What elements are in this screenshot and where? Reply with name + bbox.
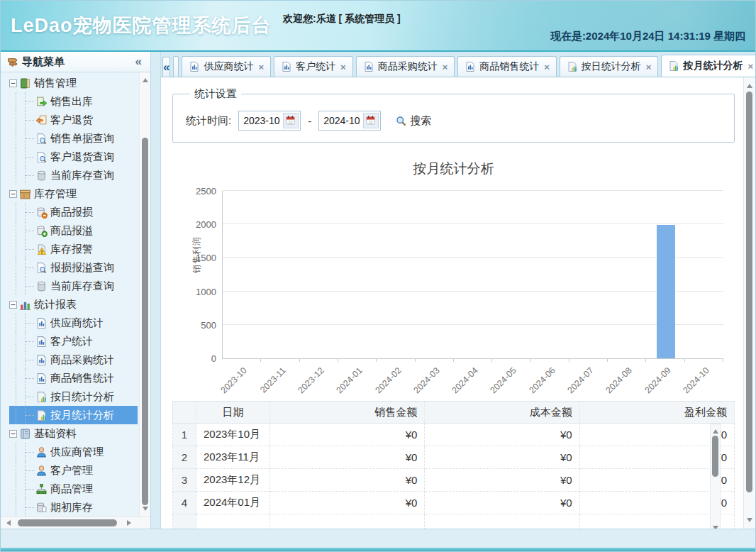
sidebar-scroll-thumb[interactable] — [142, 138, 148, 505]
tab-label: 商品采购统计 — [378, 60, 438, 73]
cell-date: 2023年11月 — [196, 446, 270, 469]
table-vertical-scrollbar[interactable] — [710, 424, 721, 529]
chart-xtick-label: 2023-10 — [219, 365, 249, 395]
content-vertical-scrollbar[interactable] — [743, 77, 755, 529]
tab-daily-analysis[interactable]: 按日统计分析× — [560, 56, 659, 77]
doc-chart-icon — [35, 336, 48, 348]
sidebar-item-label: 客户退货查询 — [50, 150, 114, 164]
sidebar-item-label: 按日统计分析 — [50, 390, 114, 404]
sidebar-item-sales-order-query[interactable]: 销售单据查询 — [1, 129, 139, 148]
scroll-left-icon[interactable] — [4, 520, 11, 526]
sidebar-item-supplier-stats[interactable]: 供应商统计 — [1, 314, 139, 332]
sidebar-item-customer-returns[interactable]: 客户退货 — [1, 111, 139, 129]
collapse-node-icon[interactable] — [9, 190, 17, 198]
sidebar-item-sales-management[interactable]: 销售管理 — [1, 74, 139, 92]
sidebar-horizontal-scrollbar[interactable] — [1, 517, 150, 529]
cell-index: 1 — [173, 424, 196, 446]
tab-monthly-analysis[interactable]: 按月统计分析× — [661, 55, 756, 77]
scroll-down-icon[interactable] — [713, 526, 718, 529]
date-to-input[interactable] — [321, 114, 363, 128]
scroll-up-icon[interactable] — [713, 426, 718, 434]
tab-close-icon[interactable]: × — [258, 62, 264, 72]
date-from-calendar-button[interactable]: 12 — [283, 113, 299, 128]
scroll-down-icon[interactable] — [747, 518, 752, 525]
scroll-down-icon[interactable] — [143, 507, 148, 514]
sidebar-item-daily-analysis[interactable]: 按日统计分析 — [1, 387, 139, 406]
sidebar-collapse-button[interactable]: « — [133, 55, 145, 69]
collapse-node-icon[interactable] — [9, 430, 17, 438]
sidebar-item-statistics-reports[interactable]: 统计报表 — [1, 295, 139, 314]
collapse-node-icon[interactable] — [9, 79, 17, 87]
date-from-input[interactable] — [240, 114, 283, 128]
tab-purchase-stats[interactable]: 商品采购统计× — [356, 56, 455, 77]
sidebar-item-current-stock-query-2[interactable]: 当前库存查询 — [1, 277, 139, 295]
collapse-node-icon[interactable] — [9, 301, 17, 309]
table-row[interactable]: 22023年11月¥0¥0¥0 — [173, 446, 735, 469]
sidebar-item-purchase-stats[interactable]: 商品采购统计 — [1, 350, 139, 369]
tab-close-icon[interactable]: × — [646, 62, 652, 72]
chart-category-slot: 2024-04 — [454, 191, 492, 358]
tab-close-icon[interactable]: × — [443, 62, 448, 72]
sidebar-vertical-scrollbar[interactable] — [139, 72, 150, 517]
sidebar-item-label: 基础资料 — [34, 427, 77, 441]
sidebar-item-current-stock-query[interactable]: 当前库存查询 — [1, 166, 139, 184]
statistics-settings-panel: 统计设置 统计时间: 12 - 12 — [172, 87, 735, 143]
sidebar-item-base-data[interactable]: 基础资料 — [1, 424, 139, 443]
tab-query-partial[interactable]: 询× — [173, 56, 179, 77]
table-row[interactable]: 42024年01月¥0¥0¥0 — [173, 492, 735, 514]
sidebar-hscroll-thumb[interactable] — [18, 519, 117, 526]
table-row[interactable]: 32023年12月¥0¥0¥0 — [173, 469, 735, 492]
sidebar-item-goods-damage[interactable]: 商品报损 — [1, 203, 139, 221]
date-to-calendar-button[interactable]: 12 — [363, 113, 379, 128]
sidebar-item-goods-overflow[interactable]: 商品报溢 — [1, 221, 139, 240]
tab-close-icon[interactable]: × — [340, 62, 346, 72]
sidebar-item-sales-stats[interactable]: 商品销售统计 — [1, 369, 139, 387]
chart-xtick-label: 2024-01 — [335, 365, 365, 395]
table-header-profit: 盈利金额 — [579, 402, 734, 424]
tab-customer-stats[interactable]: 客户统计× — [274, 56, 353, 77]
chart-ytick-label: 0 — [211, 353, 216, 364]
sidebar-item-sales-outbound[interactable]: 销售出库 — [1, 92, 139, 111]
scroll-up-icon[interactable] — [747, 81, 752, 88]
sidebar-item-customer-stats[interactable]: 客户统计 — [1, 332, 139, 350]
doc-chart-icon — [465, 61, 476, 72]
chart-xtick-label: 2024-08 — [604, 365, 634, 395]
doc-chart-icon — [189, 61, 200, 72]
chart-ytick-label: 2000 — [196, 219, 216, 230]
scroll-right-icon[interactable] — [127, 520, 134, 526]
sidebar-item-goods-management[interactable]: 商品管理 — [1, 480, 139, 498]
content-scroll-thumb[interactable] — [746, 92, 752, 492]
tab-supplier-stats[interactable]: 供应商统计× — [182, 56, 271, 77]
table-row[interactable]: 12023年10月¥0¥0¥0 — [173, 424, 735, 446]
sidebar-item-monthly-analysis[interactable]: 按月统计分析 — [1, 406, 139, 424]
tab-sales-stats[interactable]: 商品销售统计× — [457, 56, 557, 77]
sidebar-item-damage-overflow-query[interactable]: 报损报溢查询 — [1, 258, 139, 277]
tabs-scroll-left-button[interactable]: « — [162, 57, 170, 77]
chart-xtick-label: 2023-12 — [296, 365, 326, 395]
sidebar-item-initial-stock[interactable]: 期初库存 — [1, 498, 139, 517]
sidebar-item-stock-alert[interactable]: 库存报警 — [1, 240, 139, 258]
scroll-up-icon[interactable] — [143, 75, 148, 82]
tab-close-icon[interactable]: × — [544, 62, 550, 72]
tab-close-icon[interactable]: × — [173, 62, 174, 72]
chart-ytick-label: 1500 — [196, 253, 216, 263]
book-blue-icon — [19, 428, 31, 440]
sidebar-item-customer-management[interactable]: 客户管理 — [1, 461, 139, 480]
table-scroll-thumb[interactable] — [712, 436, 718, 477]
sidebar-splitter[interactable] — [151, 52, 161, 529]
sidebar-item-inventory-management[interactable]: 库存管理 — [1, 184, 139, 203]
sidebar-item-label: 销售单据查询 — [50, 132, 114, 145]
tab-bar: « 询×供应商统计×客户统计×商品采购统计×商品销售统计×按日统计分析×按月统计… — [161, 52, 755, 77]
tab-close-icon[interactable]: × — [747, 61, 753, 72]
range-separator: - — [308, 115, 311, 127]
status-bar — [1, 529, 755, 548]
chart-category-slot: 2023-12 — [300, 191, 338, 358]
cell-index: 2 — [173, 446, 196, 469]
doc-search-icon — [35, 151, 48, 163]
doc-chart-icon — [363, 61, 374, 72]
search-button[interactable]: 搜索 — [395, 114, 431, 128]
settings-legend: 统计设置 — [190, 87, 241, 101]
svg-text:12: 12 — [288, 119, 292, 123]
sidebar-item-customer-return-query[interactable]: 客户退货查询 — [1, 148, 139, 166]
sidebar-item-supplier-management[interactable]: 供应商管理 — [1, 443, 139, 461]
